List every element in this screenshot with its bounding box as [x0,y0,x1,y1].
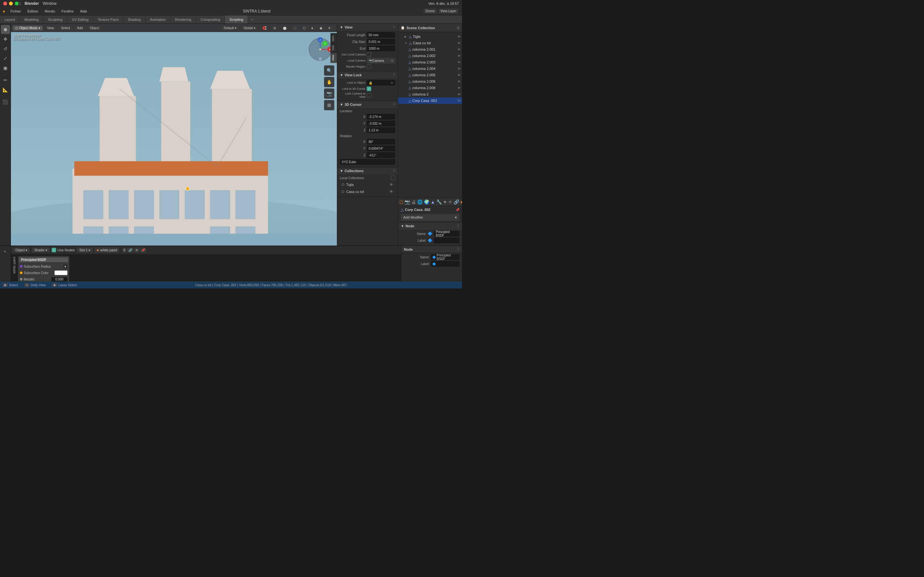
tab-modeling[interactable]: Modeling [20,15,44,23]
menu-window[interactable]: Fenêtre [59,9,76,14]
maximize-btn[interactable] [15,2,19,5]
camera-view[interactable]: 📷 [324,89,334,99]
tab-layout[interactable]: Layout [0,15,20,23]
node-type-selector[interactable]: Shader ▾ [32,248,50,253]
view-section-header[interactable]: ▼ View ⠿ [337,24,398,31]
props-world-icon[interactable]: 🌍 [424,199,429,205]
scene-selector[interactable]: Scene [423,9,436,13]
hand-pan[interactable]: ✋ [324,77,334,87]
node-select-tool[interactable]: ↖ [1,247,10,256]
add-cube-tool[interactable]: ⬛ [1,97,10,106]
cursor-tool[interactable]: ⊕ [1,25,10,34]
node-name-value[interactable]: Principled BSDF [434,231,459,237]
tree-item-col2006[interactable]: △ columna 2.006 👁 [398,78,462,85]
tab-compositing[interactable]: Compositing [196,15,225,23]
cursor-x-value[interactable]: -3.174 m [367,114,395,119]
props-object-icon[interactable]: ▲ [431,199,435,205]
node-object-dropdown[interactable]: Object ▾ [13,248,30,253]
item-tab[interactable]: Item [330,33,337,43]
props-scene-icon[interactable]: ⬡ [399,199,403,205]
material-selector[interactable]: ● white paint [95,247,119,253]
node-section-header[interactable]: ▼ Node ⠿ [398,222,462,229]
casa-visibility[interactable]: 👁 [389,189,393,194]
tigla-eye[interactable]: 👁 [457,35,461,39]
menu-file[interactable]: Fichier [8,9,23,14]
rot-y-value[interactable]: 0.000474° [367,145,395,151]
slot-selector[interactable]: Slot 1 ▾ [77,248,93,253]
ss-radius-dropdown[interactable]: ▾ [63,264,67,269]
metallic-value[interactable]: 0.000 [51,277,67,282]
view-tab[interactable]: View [330,53,337,63]
measure-tool[interactable]: 📐 [1,85,10,94]
collection-tigla[interactable]: Tigla 👁 [340,181,395,188]
local-collections-checkbox[interactable] [391,176,395,180]
wireframe-shading[interactable]: ⬡ [302,26,310,31]
material-preview[interactable]: ◉ [319,26,326,31]
pivot-dropdown[interactable]: Global▾ [241,26,258,31]
col2004-eye[interactable]: 👁 [457,67,461,71]
scale-tool[interactable]: ⤢ [1,54,10,63]
collection-casa-cu-tot[interactable]: Casa cu tot 👁 [340,188,395,195]
collections-header[interactable]: ▼ Collections ⠿ [337,167,398,174]
minimize-btn[interactable] [9,2,13,5]
view-menu[interactable]: View [45,26,57,31]
pin-icon[interactable]: 📌 [456,208,459,211]
object-menu[interactable]: Object [87,26,102,31]
lock-to-object-value[interactable]: 🔒 ✏ [367,80,395,85]
clip-end-value[interactable]: 1000 m [367,45,395,51]
local-camera-value[interactable]: 📷 Camera ✕ [367,58,395,63]
rot-x-value[interactable]: 80° [367,139,395,145]
transform-tool[interactable]: ▣ [1,63,10,73]
annotate-tool[interactable]: ✏ [1,76,10,85]
mode-dropdown[interactable]: ⬡ Object Mode ▾ [13,26,43,31]
close-btn[interactable] [3,2,7,5]
window-controls[interactable] [3,2,19,5]
use-nodes-checkbox[interactable]: ✓ [52,248,56,252]
cursor-y-value[interactable]: -3.032 m [367,121,395,126]
node-unlink-btn[interactable]: ✕ [134,248,139,253]
orientation-dropdown[interactable]: Default▾ [221,26,239,31]
col2008-eye[interactable]: 👁 [457,86,461,90]
menu-render[interactable]: Rendu [42,9,57,14]
focal-length-value[interactable]: 50 mm [367,32,395,38]
tab-animation[interactable]: Animation [145,15,171,23]
use-local-camera-checkbox[interactable] [367,52,371,57]
lock-edit-icon[interactable]: ✏ [391,81,393,85]
tree-item-col2004[interactable]: △ columna 2.004 👁 [398,65,462,72]
cursor-3d-header[interactable]: ▼ 3D Cursor ⠿ [337,101,398,108]
tool-tab[interactable]: Tool [330,43,337,53]
props-output-icon[interactable]: 🖨 [411,199,416,205]
tree-item-col2008[interactable]: △ columna 2.008 👁 [398,85,462,91]
rotation-mode-value[interactable]: XYZ Euler [340,159,395,165]
window-menu[interactable]: Window [43,1,57,6]
camera-clear-btn[interactable]: ✕ [391,59,393,63]
solid-shading[interactable]: ● [310,26,318,31]
props-physics-icon[interactable]: ⚛ [448,199,452,205]
col2003-eye[interactable]: 👁 [457,61,461,64]
props-particles-icon[interactable]: ✦ [443,199,447,205]
viewport-nav-controls[interactable]: 🔍 ✋ 📷 ⊞ [324,65,334,110]
cursor-z-value[interactable]: 1.13 m [367,127,395,133]
menu-help[interactable]: Aide [78,9,89,14]
rendered-shading[interactable]: ☀ [327,26,335,31]
tab-sculpting[interactable]: Sculpting [44,15,67,23]
view-lock-header[interactable]: ▼ View Lock ⠿ [337,71,398,79]
props-render-icon[interactable]: 📷 [405,199,410,205]
overlay-toggle[interactable]: ⬤ [280,26,289,31]
render-region-checkbox[interactable] [367,64,371,69]
use-nodes-toggle[interactable]: ✓ Use Nodes [52,248,75,252]
tree-item-col2003[interactable]: △ columna 2.003 👁 [398,59,462,65]
props-modifier-icon[interactable]: 🔧 [436,199,442,205]
col2001-eye[interactable]: 👁 [457,48,461,51]
node-link-btn[interactable]: 🔗 [127,248,134,253]
add-modifier-btn[interactable]: Add Modifier ▾ [401,214,459,221]
clip-start-value[interactable]: 0.001 m [367,39,395,45]
proportional-edit[interactable]: ⊚ [271,26,278,31]
view-layer-selector[interactable]: View Layer [439,9,458,13]
tab-scripting[interactable]: Scripting [225,15,248,23]
viewport-3d[interactable]: ⬡ Object Mode ▾ View Select Add Object D… [11,24,337,245]
zoom-in-btn[interactable]: 🔍 [324,65,334,76]
tree-item-corp-casa[interactable]: △ Corp Casa .002 👁 [398,97,462,104]
corp-casa-eye[interactable]: 👁 [457,99,461,103]
tab-rendering[interactable]: Rendering [170,15,196,23]
